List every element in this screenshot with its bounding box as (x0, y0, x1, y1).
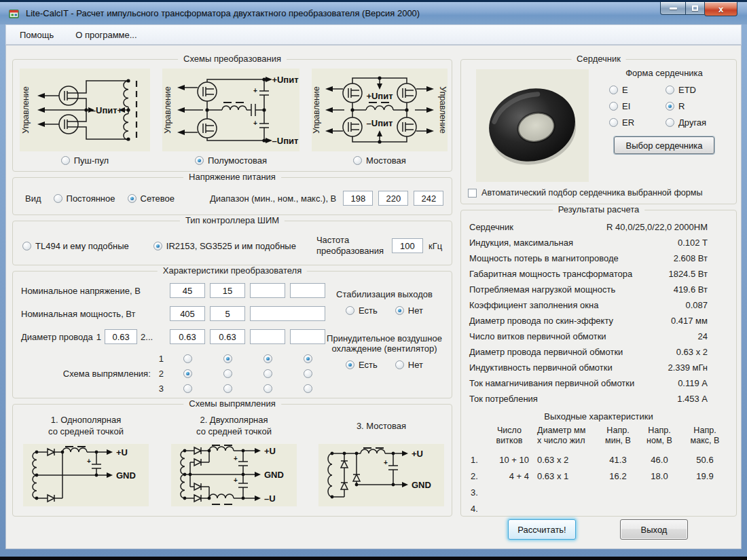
radio-cooling-no[interactable]: Нет (395, 360, 423, 370)
nominal-voltage-label: Номинальное напряжение, В (21, 286, 165, 296)
radio-dc[interactable]: Постоянное (54, 193, 115, 204)
group-title: Схемы выпрямления (183, 398, 281, 409)
rect-scheme-r3c3[interactable] (263, 384, 272, 393)
rect-scheme-r3c2[interactable] (223, 384, 232, 393)
svg-text:GND: GND (116, 470, 136, 481)
radio-shape-other[interactable]: Другая (666, 117, 706, 128)
wire-diameter-idx1: 1 (96, 332, 101, 342)
radio-shape-r[interactable]: R (666, 101, 685, 111)
rect-scheme-r1c4[interactable] (304, 354, 312, 363)
radio-tl494[interactable]: TL494 и ему подобные (22, 241, 129, 251)
group-supply-voltage: Напряжение питания Вид Постоянное Сетево… (12, 177, 452, 215)
rect-scheme-r2c3[interactable] (263, 369, 272, 378)
rect-scheme-r3c4[interactable] (304, 384, 312, 393)
group-title: Результаты расчета (553, 204, 645, 214)
power-out-1[interactable] (170, 306, 205, 321)
radio-shape-er[interactable]: ER (609, 117, 634, 128)
rectifier-caption-3: 3. Мостовая (315, 420, 448, 432)
radio-label: EI (622, 101, 630, 111)
radio-icon (609, 102, 618, 111)
wire-diameter-3[interactable] (250, 329, 285, 344)
wire-diameter-primary[interactable] (105, 329, 137, 344)
stabilization-label: Стабилизация выходов (320, 289, 449, 299)
radio-mains[interactable]: Сетевое (128, 193, 175, 204)
matrix-row-number: 2 (159, 369, 164, 379)
radio-cooling-yes[interactable]: Есть (346, 360, 378, 370)
voltage-out-2[interactable] (210, 283, 245, 298)
rectifier-caption-1: 1. Однополярная со средней точкой (20, 414, 152, 437)
radio-ir2153[interactable]: IR2153, SG3525 и им подобные (153, 241, 296, 251)
voltage-min-input[interactable] (343, 191, 373, 206)
svg-text:Управление: Управление (312, 86, 321, 134)
radio-shape-ei[interactable]: EI (609, 101, 630, 111)
core-image (476, 69, 589, 182)
menu-bar: Помощь О программе... (5, 24, 742, 45)
radio-fullbridge[interactable]: Мостовая (353, 155, 406, 166)
wire-diameter-2[interactable] (210, 329, 245, 344)
menu-help[interactable]: Помощь (9, 26, 65, 44)
minimize-button[interactable] (660, 2, 686, 15)
exit-button[interactable]: Выход (620, 519, 688, 540)
svg-text:+: + (234, 455, 238, 462)
close-button[interactable]: x (704, 2, 737, 16)
power-out-2[interactable] (210, 306, 245, 321)
core-shape-panel: Форма сердечника E ETD EI R (597, 68, 731, 154)
menu-about[interactable]: О программе... (65, 26, 147, 44)
rect-scheme-r2c2[interactable] (223, 369, 232, 378)
voltage-nom-input[interactable] (378, 191, 408, 206)
radio-icon (54, 194, 62, 203)
calculate-button[interactable]: Рассчитать! (508, 519, 576, 540)
radio-shape-etd[interactable]: ETD (666, 85, 696, 95)
result-row: Ток потребления1.453 А (461, 391, 736, 407)
rectifier-schematic-2: ++ +U GND –U (171, 444, 297, 506)
core-select-button[interactable]: Выбор сердечника (614, 136, 714, 154)
halfbridge-schematic: Управление ++ +Uпит –Uпит (162, 69, 299, 151)
voltage-out-3[interactable] (250, 283, 285, 298)
rect-scheme-r2c1[interactable] (183, 369, 192, 378)
radio-label: Сетевое (141, 193, 175, 204)
rect-scheme-r1c3[interactable] (263, 354, 272, 363)
radio-stab-no[interactable]: Нет (395, 305, 423, 316)
radio-icon (346, 306, 354, 315)
rect-scheme-r3c1[interactable] (183, 384, 192, 393)
radio-icon (353, 156, 362, 165)
result-row: Габаритная мощность трансформатора1824.5… (461, 266, 736, 282)
frequency-input[interactable] (392, 238, 423, 253)
wire-diameter-1[interactable] (170, 329, 205, 344)
app-window: Lite-CalcIT - Расчет импульсного трансфо… (0, 0, 747, 560)
radio-pushpull[interactable]: Пуш-пул (61, 155, 109, 166)
svg-text:–Uпит+: –Uпит+ (91, 105, 123, 115)
result-row: Коэффициент заполнения окна0.087 (461, 297, 736, 313)
rect-scheme-r1c1[interactable] (183, 354, 192, 363)
wire-diameter-idx2: 2... (141, 332, 153, 342)
svg-text:+: + (384, 459, 388, 466)
auto-core-checkbox[interactable] (468, 189, 477, 198)
maximize-button[interactable] (686, 2, 704, 15)
rectification-scheme-label: Схема выпрямления: (63, 369, 151, 379)
voltage-out-1[interactable] (170, 283, 205, 298)
group-title: Сердечник (571, 54, 626, 64)
range-label: Диапазон (мин., ном., макс.), В (210, 193, 336, 204)
radio-stab-yes[interactable]: Есть (346, 305, 378, 316)
radio-icon (195, 156, 204, 165)
radio-label: Пуш-пул (74, 155, 109, 166)
radio-label: ER (622, 117, 634, 128)
voltage-max-input[interactable] (414, 191, 443, 206)
group-results: Результаты расчета СердечникR 40,0/25,0/… (460, 210, 737, 517)
radio-halfbridge[interactable]: Полумостовая (195, 155, 267, 166)
radio-icon (395, 360, 404, 369)
maximize-icon (692, 5, 698, 11)
radio-icon (128, 194, 136, 203)
minimize-icon (670, 7, 677, 10)
svg-text:+: + (253, 87, 257, 94)
window-title: Lite-CalcIT - Расчет импульсного трансфо… (26, 8, 420, 18)
radio-label: R (678, 101, 685, 111)
radio-shape-e[interactable]: E (609, 85, 628, 95)
svg-text:GND: GND (412, 480, 431, 490)
power-out-3[interactable] (250, 306, 325, 321)
rect-scheme-r2c4[interactable] (304, 369, 312, 378)
radio-icon (666, 118, 674, 127)
rect-scheme-r1c2[interactable] (223, 354, 232, 363)
svg-text:+U: +U (116, 447, 128, 458)
radio-icon (666, 102, 674, 111)
